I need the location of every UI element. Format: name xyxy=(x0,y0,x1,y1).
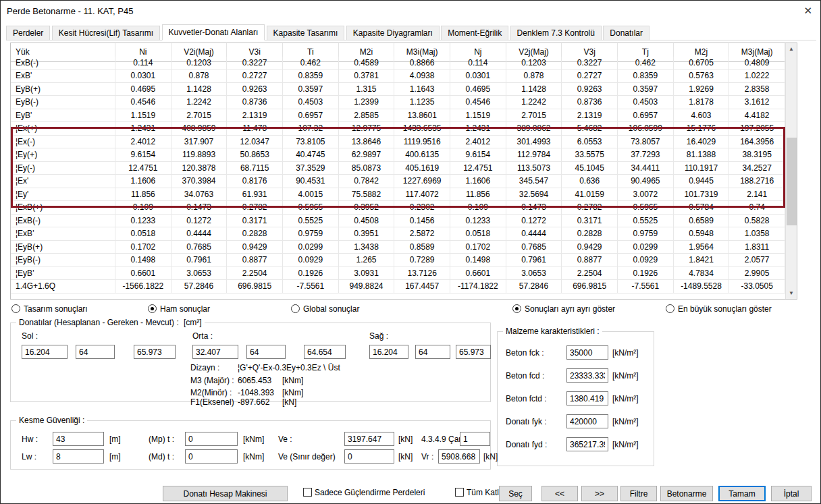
betonarme-button[interactable]: Betonarme xyxy=(660,486,713,501)
load-case-row-label[interactable]: ¦ExB' xyxy=(11,227,115,241)
sag-hesaplanan-input[interactable] xyxy=(369,345,408,359)
table-cell: 389.0862 xyxy=(506,122,562,136)
load-case-row-label[interactable]: EyB(-) xyxy=(11,96,115,109)
load-case-row-label[interactable]: ¦EyB(+) xyxy=(11,241,115,254)
close-icon[interactable]: ✕ xyxy=(803,5,812,17)
load-case-row-label[interactable]: ¦EyB(-) xyxy=(11,254,115,267)
table-cell: 0.1272 xyxy=(506,215,562,228)
table-cell: 40.4745 xyxy=(283,148,339,162)
load-case-row-label[interactable]: EyB(+) xyxy=(11,83,115,96)
beton-fctd-input[interactable] xyxy=(566,391,608,405)
lw-input[interactable] xyxy=(53,449,104,464)
sol-hesaplanan-input[interactable] xyxy=(22,345,68,359)
table-cell: 1.265 xyxy=(339,254,395,267)
beton-fck-input[interactable] xyxy=(566,345,608,360)
tab-kesit-hucresi-lif-tasarimi[interactable]: Kesit Hücresi(Lif) Tasarımı xyxy=(52,26,160,40)
mp-input[interactable] xyxy=(185,432,238,446)
table-cell: 101.7319 xyxy=(674,188,730,202)
table-cell: 4.7834 xyxy=(674,267,730,281)
load-case-row-label[interactable]: 1.4G+1.6Q xyxy=(11,280,115,293)
carpan-input[interactable] xyxy=(460,432,490,446)
table-cell: 188.2716 xyxy=(729,175,785,188)
table-cell: 37.3529 xyxy=(283,162,339,175)
tab-kapasite-tasarimi[interactable]: Kapasite Tasarımı xyxy=(267,26,345,40)
checkbox-sadece-guclendirme-perdeleri[interactable]: Sadece Güçlendirme Perdeleri xyxy=(303,488,425,499)
load-case-row-label[interactable]: ExB(-) xyxy=(11,57,115,70)
table-cell: 0.7961 xyxy=(506,254,562,267)
ve-sinir-unit: [kN] xyxy=(398,452,413,461)
load-case-row-label[interactable]: ¦Ey(+) xyxy=(11,148,115,162)
tab-perdeler[interactable]: Perdeler xyxy=(6,26,50,40)
ve-input[interactable] xyxy=(344,432,394,446)
tamam-button[interactable]: Tamam xyxy=(718,486,766,501)
m3-major-unit: [kNm] xyxy=(282,376,303,385)
m2-minor-unit: [kNm] xyxy=(282,388,303,397)
sag-mevcut-input[interactable] xyxy=(456,345,491,359)
beton-fcd-input[interactable] xyxy=(566,368,608,383)
vr-input[interactable] xyxy=(438,449,480,464)
table-cell: 38.3195 xyxy=(729,148,785,162)
ve-sinir-input[interactable] xyxy=(344,449,394,464)
vertical-scrollbar[interactable]: ▲ ▼ xyxy=(785,43,797,299)
tab-donatilar[interactable]: Donatılar xyxy=(603,26,650,40)
radio-sonuclari-ayri-ayri-goster[interactable]: Sonuçları ayrı ayrı göster xyxy=(512,304,615,315)
filtre-button[interactable]: Filtre xyxy=(620,486,657,501)
load-case-row-label[interactable]: ExB' xyxy=(11,69,115,83)
table-cell: 110.1917 xyxy=(674,162,730,175)
beton-fcd-unit: [kN/m²] xyxy=(612,371,639,381)
radio-global-sonuclar[interactable]: Global sonuçlar xyxy=(291,304,359,315)
orta-mevcut-input[interactable] xyxy=(304,345,346,359)
table-cell: 0.5525 xyxy=(618,215,674,228)
table-cell: 2.2504 xyxy=(562,267,618,281)
table-cell: 0.3781 xyxy=(339,69,395,83)
sol-gereken-input[interactable] xyxy=(76,345,115,359)
radio-label: Ham sonuçlar xyxy=(160,304,210,314)
table-cell: 0.6705 xyxy=(674,57,730,70)
load-case-row-label[interactable]: ¦Ex' xyxy=(11,175,115,188)
sol-mevcut-input[interactable] xyxy=(134,345,176,359)
load-case-row-label[interactable]: ¦Ex(-) xyxy=(11,136,115,149)
donati-hesap-makinesi-button[interactable]: Donatı Hesap Makinesi xyxy=(163,486,288,501)
orta-gereken-input[interactable] xyxy=(246,345,286,359)
donati-fyk-input[interactable] xyxy=(566,414,608,428)
table-cell: 0.1233 xyxy=(115,215,171,228)
previous-button[interactable]: << xyxy=(541,486,578,501)
load-case-row-label[interactable]: EyB' xyxy=(11,109,115,123)
table-cell: 1.8421 xyxy=(674,254,730,267)
table-cell: 1433.6535 xyxy=(394,122,450,136)
table-cell: 3.0072 xyxy=(618,188,674,202)
tab-kapasite-diyagramlari[interactable]: Kapasite Diyagramları xyxy=(346,26,440,40)
hw-input[interactable] xyxy=(53,432,104,446)
load-case-row-label[interactable]: ¦Ey(-) xyxy=(11,162,115,175)
table-cell: 400.6135 xyxy=(394,148,450,162)
sag-gereken-input[interactable] xyxy=(415,345,450,359)
next-button[interactable]: >> xyxy=(581,486,618,501)
radio-en-buyuk-sonuclari-goster[interactable]: En büyük sonuçları göster xyxy=(666,304,772,315)
sec-button[interactable]: Seç xyxy=(499,486,532,501)
table-cell: 4.0938 xyxy=(394,69,450,83)
load-case-row-label[interactable]: ¦ExB(+) xyxy=(11,201,115,215)
table-cell: 3.1612 xyxy=(729,96,785,109)
scrollbar-thumb[interactable] xyxy=(787,138,797,225)
tab-moment-egrilik[interactable]: Moment-Eğrilik xyxy=(441,26,508,40)
tab-kuvvetler-donati-alanlari[interactable]: Kuvvetler-Donatı Alanları xyxy=(162,24,265,40)
iptal-button[interactable]: İptal xyxy=(771,486,812,501)
vr-label: Vr : xyxy=(421,452,433,461)
radio-ham-sonuclar[interactable]: Ham sonuçlar xyxy=(148,304,210,315)
table-cell: 12.9775 xyxy=(339,122,395,136)
dizayn-label: Dizayn : xyxy=(190,363,219,372)
scroll-down-icon[interactable]: ▼ xyxy=(786,287,797,299)
load-case-row-label[interactable]: ¦Ey' xyxy=(11,188,115,202)
orta-hesaplanan-input[interactable] xyxy=(192,345,238,359)
tab-denklem-7-3-kontrolu[interactable]: Denklem 7.3 Kontrolü xyxy=(510,26,602,40)
load-case-row-label[interactable]: ¦ExB(-) xyxy=(11,215,115,228)
beton-fck-label: Beton fck : xyxy=(506,348,544,358)
md-input[interactable] xyxy=(185,449,238,464)
load-case-row-label[interactable]: ¦EyB' xyxy=(11,267,115,281)
table-cell: 0.1498 xyxy=(115,254,171,267)
scroll-up-icon[interactable]: ▲ xyxy=(786,43,797,55)
donati-fyd-input[interactable] xyxy=(566,437,608,451)
radio-icon xyxy=(148,304,157,313)
radio-tasarim-sonuclari[interactable]: Tasarım sonuçları xyxy=(11,304,88,315)
load-case-row-label[interactable]: ¦Ex(+) xyxy=(11,122,115,136)
